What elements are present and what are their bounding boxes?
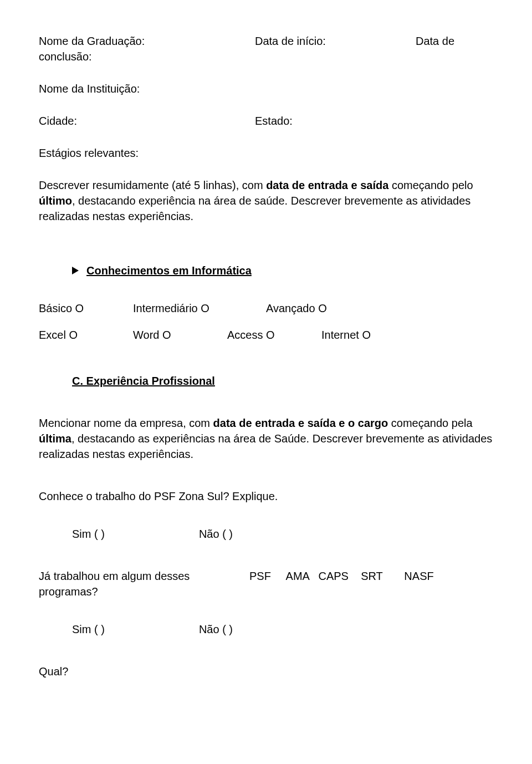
exp-bold-entrada: data de entrada e saída e o cargo [213, 417, 388, 429]
fim-label: Data de [416, 33, 454, 49]
app-word[interactable]: Word O [133, 327, 194, 343]
informatica-heading: Conhecimentos em Informática [86, 263, 252, 278]
app-excel[interactable]: Excel O [39, 327, 100, 343]
estado-label: Estado: [255, 113, 293, 129]
programas-row: Já trabalhou em algum desses programas? … [39, 568, 493, 599]
level-basic[interactable]: Básico O [39, 300, 100, 316]
prog-sim[interactable]: Sim ( ) [72, 622, 105, 637]
exp-mid: começando pela [388, 417, 472, 429]
exp-bold-ultima: última [39, 432, 71, 445]
psf-yesno-row: Sim ( ) Não ( ) [39, 526, 493, 542]
resume-post: , destacando experiência na área de saúd… [39, 195, 470, 222]
exp-pre: Mencionar nome da empresa, com [39, 417, 213, 429]
psf-nao[interactable]: Não ( ) [199, 526, 233, 542]
qual-label: Qual? [39, 664, 493, 679]
prog-nao[interactable]: Não ( ) [199, 622, 233, 637]
grad-label: Nome da Graduação: [39, 33, 255, 49]
city-state-row: Cidade: Estado: [39, 113, 493, 129]
graduation-row: Nome da Graduação: Data de início: Data … [39, 33, 493, 49]
level-advanced[interactable]: Avançado O [266, 300, 327, 316]
programas-options: PSF AMA CAPS SRT NASF [249, 568, 434, 599]
estagios-label: Estágios relevantes: [39, 145, 493, 161]
chevron-right-icon [72, 267, 79, 274]
apps-row: Excel O Word O Access O Internet O [39, 327, 493, 343]
cidade-label: Cidade: [39, 113, 255, 129]
psf-sim[interactable]: Sim ( ) [72, 526, 105, 542]
experiencia-heading: C. Experiência Profissional [72, 375, 215, 387]
section-experiencia: C. Experiência Profissional [39, 373, 493, 389]
resume-bold-entrada: data de entrada e saída [266, 179, 388, 191]
programas-label: Já trabalhou em algum desses programas? [39, 568, 249, 599]
psf-question: Conhece o trabalho do PSF Zona Sul? Expl… [39, 488, 493, 504]
resume-bold-ultimo: último [39, 195, 72, 207]
resume-mid: começando pelo [388, 179, 473, 191]
app-access[interactable]: Access O [227, 327, 288, 343]
level-intermediate[interactable]: Intermediário O [133, 300, 233, 316]
level-row: Básico O Intermediário O Avançado O [39, 300, 493, 316]
experiencia-instructions: Mencionar nome da empresa, com data de e… [39, 415, 493, 462]
resume-instructions: Descrever resumidamente (até 5 linhas), … [39, 177, 493, 224]
inst-label: Nome da Instituição: [39, 81, 493, 96]
inicio-label: Data de início: [255, 33, 416, 49]
section-informatica: Conhecimentos em Informática [39, 263, 493, 278]
prog-yesno-row: Sim ( ) Não ( ) [39, 622, 493, 637]
exp-post: , destacando as experiências na área de … [39, 432, 492, 460]
app-internet[interactable]: Internet O [321, 327, 371, 343]
resume-pre: Descrever resumidamente (até 5 linhas), … [39, 179, 266, 191]
conclusao-label: conclusão: [39, 49, 493, 64]
